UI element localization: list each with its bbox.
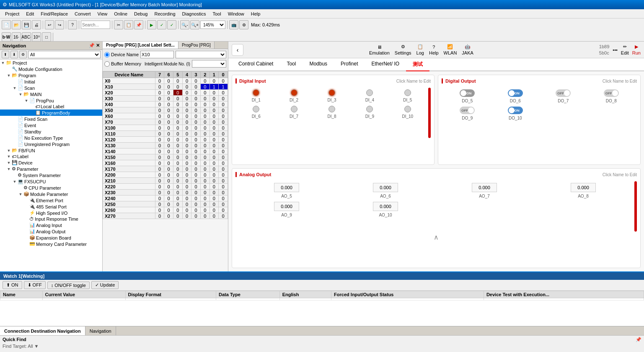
watch-toggle-btn[interactable]: ↕ ON/OFF toggle — [47, 282, 90, 289]
device-value-cell[interactable]: 0 — [191, 137, 201, 143]
tb2-box-btn[interactable]: □ — [42, 32, 51, 42]
device-name-cell[interactable]: X10 — [103, 84, 155, 90]
device-value-cell[interactable]: 0 — [209, 113, 219, 119]
device-value-cell[interactable]: 0 — [182, 96, 191, 102]
device-value-cell[interactable]: 0 — [219, 125, 228, 131]
device-value-cell[interactable]: 0 — [173, 131, 182, 137]
tree-item-program[interactable]: ▼📂Program — [0, 72, 102, 78]
device-value-cell[interactable]: 1 — [209, 84, 219, 90]
device-value-cell[interactable]: 0 — [173, 172, 182, 178]
device-value-cell[interactable]: 0 — [200, 166, 209, 172]
device-name-cell[interactable]: X110 — [103, 131, 155, 137]
device-value-cell[interactable]: 0 — [155, 154, 164, 160]
device-value-cell[interactable]: 0 — [155, 196, 164, 201]
jaka-icon-item[interactable]: 🤖 JAKA — [462, 44, 473, 55]
tb2-100-btn[interactable]: 10⁰ — [32, 32, 41, 42]
tree-item-input-response-time[interactable]: ⏱Input Response Time — [0, 216, 102, 222]
device-value-cell[interactable]: 0 — [155, 160, 164, 166]
tab-profinet[interactable]: Profinet — [334, 58, 365, 71]
tb-stop-btn[interactable]: ✓ — [157, 20, 166, 29]
device-value-cell[interactable]: 0 — [155, 90, 164, 96]
device-value-cell[interactable]: 0 — [173, 96, 182, 102]
device-name-cell[interactable]: X220 — [103, 184, 155, 190]
device-name-cell[interactable]: X200 — [103, 172, 155, 178]
device-value-cell[interactable]: 0 — [182, 201, 191, 207]
device-value-cell[interactable]: 0 — [191, 213, 201, 219]
device-value-cell[interactable]: 0 — [164, 149, 173, 154]
device-value-cell[interactable]: 0 — [200, 84, 209, 90]
watch-update-btn[interactable]: ✓ Update — [91, 281, 119, 289]
device-value-cell[interactable]: 0 — [173, 160, 182, 166]
device-value-cell[interactable]: 0 — [200, 90, 209, 96]
device-combo[interactable] — [176, 51, 226, 58]
device-value-cell[interactable]: 0 — [164, 102, 173, 107]
tb-zoom-in-btn[interactable]: 🔍+ — [190, 20, 199, 29]
device-value-cell[interactable]: 0 — [200, 137, 209, 143]
more-icon-item[interactable]: ••• — [613, 47, 618, 52]
di-item-di_1[interactable]: DI_1 — [239, 89, 273, 102]
device-value-cell[interactable]: 0 — [182, 207, 191, 213]
tree-item-initial[interactable]: 📄Initial — [0, 78, 102, 85]
device-value-cell[interactable]: 0 — [219, 213, 228, 219]
device-value-cell[interactable]: 0 — [200, 143, 209, 149]
device-value-cell[interactable]: 0 — [200, 119, 209, 125]
device-value-cell[interactable]: 0 — [173, 213, 182, 219]
tree-item-main[interactable]: ▼📂MAIN — [0, 91, 102, 97]
tb-new-btn[interactable]: 📄 — [2, 20, 11, 29]
watch-cell[interactable] — [0, 298, 43, 300]
device-value-cell[interactable]: 0 — [200, 213, 209, 219]
device-value-cell[interactable]: 0 — [219, 131, 228, 137]
do-item-do_8[interactable]: OFFDO_8 — [589, 89, 634, 103]
ao-input[interactable] — [274, 202, 299, 211]
device-value-cell[interactable]: 0 — [164, 96, 173, 102]
device-value-cell[interactable]: 0 — [200, 172, 209, 178]
device-value-cell[interactable]: 0 — [209, 131, 219, 137]
device-value-cell[interactable]: 0 — [191, 154, 201, 160]
device-value-cell[interactable]: 0 — [173, 107, 182, 113]
device-value-cell[interactable]: 0 — [200, 196, 209, 201]
device-value-cell[interactable]: 0 — [219, 107, 228, 113]
device-value-cell[interactable]: 0 — [173, 178, 182, 184]
device-value-cell[interactable]: 0 — [209, 78, 219, 84]
device-value-cell[interactable]: 0 — [164, 166, 173, 172]
tb-monitor-btn[interactable]: 📺 — [229, 20, 238, 29]
menu-online[interactable]: Online — [111, 10, 131, 17]
device-value-cell[interactable]: 0 — [173, 149, 182, 154]
device-value-cell[interactable]: 0 — [173, 196, 182, 201]
device-value-cell[interactable]: 0 — [182, 84, 191, 90]
tb-redo-btn[interactable]: ↪ — [55, 20, 64, 29]
tree-item-485-serial-port[interactable]: 🔌485 Serial Port — [0, 203, 102, 210]
device-value-cell[interactable]: 0 — [173, 119, 182, 125]
device-value-cell[interactable]: 0 — [155, 184, 164, 190]
device-value-cell[interactable]: 0 — [191, 149, 201, 154]
device-name-cell[interactable]: X210 — [103, 178, 155, 184]
device-value-cell[interactable]: 0 — [155, 143, 164, 149]
device-value-cell[interactable]: 0 — [209, 119, 219, 125]
device-value-cell[interactable]: 0 — [155, 190, 164, 196]
intelligent-module-combo[interactable] — [192, 60, 226, 68]
do-toggle[interactable]: OFF — [556, 89, 571, 97]
device-value-cell[interactable]: 0 — [219, 113, 228, 119]
tree-item-standby[interactable]: 📄Standby — [0, 128, 102, 135]
nav-tb-btn2[interactable]: ⬇ — [10, 51, 18, 58]
device-name-cell[interactable]: X40 — [103, 102, 155, 107]
device-value-cell[interactable]: 0 — [191, 96, 201, 102]
device-value-cell[interactable]: 0 — [200, 102, 209, 107]
di-item-di_4[interactable]: DI_4 — [352, 89, 387, 102]
tb2-16-btn[interactable]: 16· — [12, 32, 21, 42]
tree-item-expansion-board[interactable]: 📦Expansion Board — [0, 235, 102, 241]
tree-item-local-label[interactable]: 🏷Local Label — [0, 104, 102, 110]
device-name-cell[interactable]: X0 — [103, 78, 155, 84]
tree-item-programbody[interactable]: 📋ProgramBody — [0, 110, 102, 116]
device-name-cell[interactable]: X20 — [103, 90, 155, 96]
device-value-cell[interactable]: 0 — [200, 125, 209, 131]
device-value-cell[interactable]: 0 — [191, 160, 201, 166]
ao-item-ao_9[interactable]: AO_9 — [239, 202, 334, 217]
do-item-do_6[interactable]: ONDO_6 — [493, 89, 538, 103]
tree-item-unregistered-program[interactable]: 📄Unregistered Program — [0, 141, 102, 147]
device-value-cell[interactable]: 0 — [219, 149, 228, 154]
device-value-cell[interactable]: 0 — [209, 201, 219, 207]
device-value-cell[interactable]: 0 — [164, 160, 173, 166]
tree-item-memory-card-parameter[interactable]: 💳Memory Card Parameter — [0, 241, 102, 247]
device-value-cell[interactable]: 0 — [209, 102, 219, 107]
